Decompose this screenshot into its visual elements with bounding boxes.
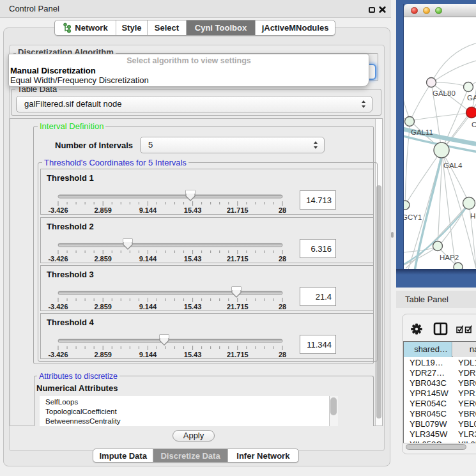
svg-text:15.43: 15.43 [184, 206, 202, 214]
svg-text:-3.426: -3.426 [48, 303, 68, 311]
svg-text:28: 28 [279, 351, 286, 358]
svg-text:2.859: 2.859 [94, 255, 112, 263]
svg-text:C: C [472, 121, 476, 128]
svg-text:GAL1: GAL1 [467, 94, 476, 102]
svg-text:21.715: 21.715 [227, 351, 249, 358]
svg-text:GAL11: GAL11 [411, 128, 433, 136]
svg-text:28: 28 [279, 303, 286, 311]
svg-text:GAL80: GAL80 [433, 89, 456, 97]
svg-text:HI: HI [470, 212, 476, 220]
svg-text:21.715: 21.715 [227, 255, 249, 263]
svg-text:HAP2: HAP2 [440, 254, 459, 261]
svg-text:-3.426: -3.426 [48, 255, 68, 263]
svg-text:GCY1: GCY1 [404, 213, 422, 221]
svg-text:15.43: 15.43 [184, 255, 202, 263]
svg-text:2.859: 2.859 [94, 351, 112, 358]
svg-text:28: 28 [279, 206, 286, 214]
svg-text:21.715: 21.715 [227, 303, 249, 311]
svg-text:9.144: 9.144 [139, 206, 157, 214]
svg-text:-3.426: -3.426 [48, 351, 68, 358]
svg-text:15.43: 15.43 [184, 303, 202, 311]
svg-text:21.715: 21.715 [227, 206, 249, 214]
svg-text:9.144: 9.144 [139, 351, 157, 358]
svg-text:9.144: 9.144 [139, 255, 157, 263]
svg-text:2.859: 2.859 [94, 206, 112, 214]
svg-text:9.144: 9.144 [139, 303, 157, 311]
svg-text:15.43: 15.43 [184, 351, 202, 358]
svg-text:2.859: 2.859 [94, 303, 112, 311]
svg-text:GAL4: GAL4 [443, 162, 463, 169]
svg-text:-3.426: -3.426 [48, 206, 68, 214]
svg-text:28: 28 [279, 255, 286, 263]
